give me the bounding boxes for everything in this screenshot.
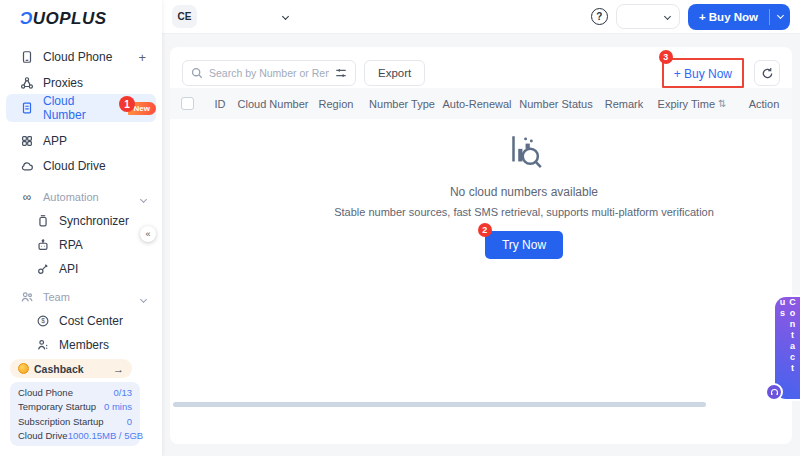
stat-row-cloud-phone: Cloud Phone 0/13: [18, 386, 132, 399]
sidebar-section-team[interactable]: Team: [0, 284, 162, 310]
annotation-step-1: 1: [119, 96, 135, 112]
table-toolbar: Export + Buy Now 3: [182, 59, 780, 87]
select-all-checkbox[interactable]: [181, 97, 194, 110]
select-all-cell: [170, 97, 204, 110]
buy-now-caret-button[interactable]: [770, 4, 790, 30]
workspace-dropdown[interactable]: [197, 14, 292, 19]
sidebar-item-label: RPA: [59, 238, 83, 252]
main-content: Export + Buy Now 3 ID Cloud Number Regio…: [162, 34, 800, 456]
column-header-action: Action: [736, 98, 792, 110]
cashback-label: Cashback: [34, 363, 84, 375]
chevron-down-icon: [141, 290, 146, 305]
sidebar-item-cloud-phone[interactable]: Cloud Phone +: [0, 44, 162, 70]
column-header-cloud-number: Cloud Number: [236, 98, 310, 110]
coin-icon: [18, 363, 29, 374]
search-box[interactable]: [182, 60, 356, 86]
search-icon: [191, 67, 203, 79]
stat-label: Cloud Phone: [18, 386, 73, 399]
sidebar-item-members[interactable]: Members: [0, 332, 162, 358]
topbar-right-group: ? + Buy Now: [591, 4, 790, 30]
filter-sliders-icon[interactable]: [335, 67, 347, 79]
column-header-expiry-time[interactable]: Expiry Time ⇅: [648, 98, 736, 110]
empty-state-subtitle: Stable number sources, fast SMS retrieva…: [256, 206, 792, 218]
contact-us-label: Contact us: [778, 297, 798, 399]
sidebar-item-label: API: [59, 262, 78, 276]
try-now-button[interactable]: Try Now: [485, 231, 563, 259]
column-label: Number Status: [519, 98, 592, 110]
table-header-row: ID Cloud Number Region Number Type Auto-…: [170, 88, 792, 119]
column-header-id: ID: [204, 98, 236, 110]
column-header-number-type: Number Type: [362, 98, 442, 110]
sidebar-item-label: Cloud Number: [43, 94, 117, 122]
headset-icon: [770, 388, 779, 397]
cost-center-icon: $: [36, 314, 50, 328]
topbar-buy-now-split-button: + Buy Now: [688, 4, 790, 30]
stat-value: 0: [127, 415, 132, 428]
annotation-step-3: 3: [659, 50, 673, 64]
sort-icon[interactable]: ⇅: [718, 98, 726, 109]
workspace-badge[interactable]: CE: [172, 5, 197, 28]
column-label: Expiry Time: [658, 98, 715, 110]
logo-text: UOPLUS: [33, 9, 107, 28]
sidebar-item-cloud-drive[interactable]: Cloud Drive: [0, 153, 162, 179]
sidebar-item-label: Synchronizer: [59, 214, 129, 228]
collapse-icon: «: [145, 229, 150, 239]
empty-state: No cloud numbers available Stable number…: [256, 133, 792, 259]
sidebar-item-proxies[interactable]: Proxies: [0, 70, 162, 96]
sidebar-collapse-button[interactable]: «: [140, 226, 156, 242]
buy-now-link[interactable]: + Buy Now: [674, 67, 732, 81]
column-label: Auto-Renewal: [442, 98, 511, 110]
app-root: ƆUOPLUS Cloud Phone + Proxies Cloud Numb…: [0, 0, 800, 456]
sidebar-item-label: Cloud Drive: [43, 159, 106, 173]
language-dropdown[interactable]: [616, 4, 680, 29]
empty-search-chart-icon: [503, 133, 545, 175]
column-label: Number Type: [369, 98, 435, 110]
column-label: Action: [749, 98, 780, 110]
refresh-button[interactable]: [754, 60, 780, 86]
sidebar-item-cost-center[interactable]: $ Cost Center: [0, 308, 162, 334]
stat-label: Subscription Startup: [18, 415, 104, 428]
api-icon: [36, 262, 50, 276]
sidebar-item-api[interactable]: API: [0, 256, 162, 282]
stat-label: Temporary Startup: [18, 400, 96, 413]
sidebar-item-label: Cost Center: [59, 314, 123, 328]
sidebar-section-automation[interactable]: ∞ Automation: [0, 184, 162, 210]
sidebar-item-rpa[interactable]: RPA: [0, 232, 162, 258]
search-input[interactable]: [209, 67, 329, 79]
cloud-drive-icon: [20, 159, 34, 173]
toolbar-right-group: + Buy Now 3: [662, 58, 780, 88]
sidebar-item-label: APP: [43, 134, 67, 148]
stat-row-temporary-startup: Temporary Startup 0 mins: [18, 400, 132, 413]
proxies-icon: [20, 76, 34, 90]
column-header-region: Region: [310, 98, 362, 110]
sidebar-item-synchronizer[interactable]: Synchronizer: [0, 208, 162, 234]
rpa-robot-icon: [36, 238, 50, 252]
cloud-number-icon: [20, 101, 34, 115]
sidebar: ƆUOPLUS Cloud Phone + Proxies Cloud Numb…: [0, 0, 162, 456]
help-button[interactable]: ?: [591, 8, 608, 25]
stat-value: 0/13: [114, 386, 133, 399]
export-button[interactable]: Export: [364, 60, 425, 86]
stat-row-cloud-drive: Cloud Drive 1000.15MB / 5GB: [18, 429, 132, 442]
add-cloud-phone-button[interactable]: +: [138, 50, 146, 65]
horizontal-scrollbar[interactable]: [173, 402, 706, 407]
arrow-right-icon: →: [113, 363, 124, 375]
sidebar-item-app[interactable]: APP: [0, 128, 162, 154]
stat-value: 1000.15MB / 5GB: [68, 429, 144, 442]
column-header-remark: Remark: [600, 98, 648, 110]
column-label: ID: [215, 98, 226, 110]
app-grid-icon: [20, 134, 34, 148]
stat-value: 0 mins: [104, 400, 132, 413]
cashback-banner[interactable]: Cashback →: [10, 359, 132, 378]
members-icon: [36, 338, 50, 352]
cloud-number-card: Export + Buy Now 3 ID Cloud Number Regio…: [170, 47, 792, 444]
buy-now-button[interactable]: + Buy Now: [688, 4, 769, 30]
chevron-down-icon: [776, 12, 783, 19]
topbar: CE ? + Buy Now: [162, 0, 800, 34]
sidebar-section-label: Team: [43, 291, 70, 303]
team-icon: [20, 290, 34, 304]
column-header-auto-renewal: Auto-Renewal: [442, 98, 512, 110]
cloud-phone-icon: [20, 50, 34, 64]
sidebar-section-label: Automation: [43, 191, 99, 203]
contact-chat-button[interactable]: [765, 383, 783, 401]
